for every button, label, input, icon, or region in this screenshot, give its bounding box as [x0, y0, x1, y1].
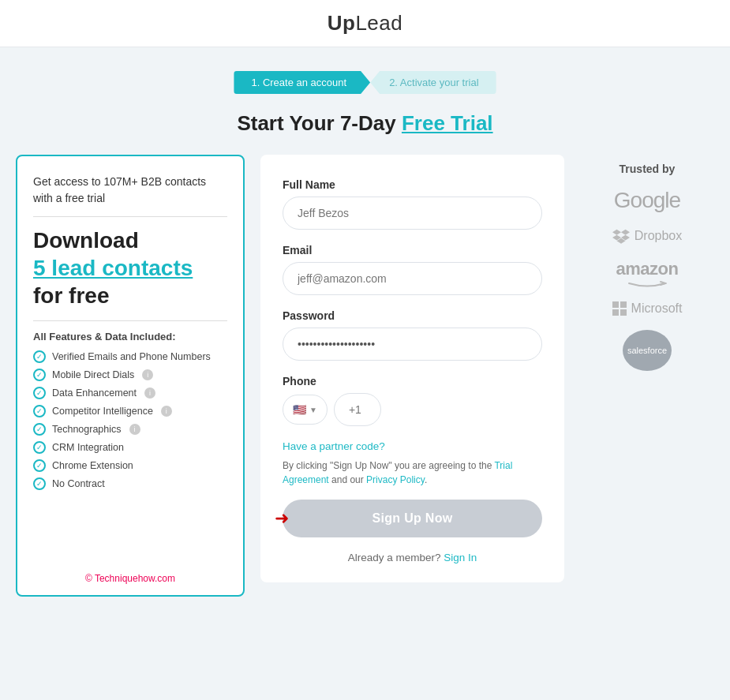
check-icon: ✓ [33, 350, 46, 363]
phone-flag-selector[interactable]: 🇺🇸 ▼ [283, 395, 328, 425]
page-title: Start Your 7-Day Free Trial [237, 111, 492, 136]
info-icon: i [142, 369, 153, 380]
chevron-down-icon: ▼ [309, 406, 317, 414]
steps-bar: 1. Create an account 2. Activate your tr… [234, 71, 496, 94]
divider-1 [33, 216, 227, 217]
download-title: Download 5 lead contacts for free [33, 226, 227, 309]
logo: UpLead [328, 11, 403, 36]
right-panel: Trusted by Google Dropbox amazon [580, 155, 714, 385]
page-content: 1. Create an account 2. Activate your tr… [0, 47, 730, 612]
main-columns: Get access to 107M+ B2B contacts with a … [16, 155, 714, 597]
full-name-group: Full Name [283, 178, 542, 230]
signup-btn-wrapper: ➜ Sign Up Now [283, 500, 542, 537]
flag-emoji: 🇺🇸 [293, 403, 306, 416]
tagline: Get access to 107M+ B2B contacts with a … [33, 174, 227, 207]
full-name-input[interactable] [283, 197, 542, 230]
info-icon: i [144, 387, 155, 399]
arrow-icon: ➜ [275, 508, 289, 529]
step-2: 2. Activate your trial [370, 71, 496, 94]
list-item: ✓ Competitor Intelligence i [33, 405, 227, 417]
signin-text: Already a member? Sign In [283, 552, 542, 563]
download-highlight: 5 lead contacts [33, 256, 193, 280]
amazon-arrow-icon [627, 279, 667, 287]
check-icon: ✓ [33, 369, 46, 381]
signin-link[interactable]: Sign In [444, 552, 477, 563]
logo-lead: Lead [355, 11, 402, 35]
features-label: All Features & Data Included: [33, 331, 227, 343]
microsoft-logo: Microsoft [580, 301, 714, 316]
phone-label: Phone [283, 375, 542, 387]
email-input[interactable] [283, 262, 542, 295]
signup-button[interactable]: Sign Up Now [283, 500, 542, 537]
microsoft-grid-icon [612, 301, 627, 316]
divider-2 [33, 320, 227, 321]
phone-group: Phone 🇺🇸 ▼ [283, 375, 542, 426]
check-icon: ✓ [33, 423, 46, 436]
info-icon: i [161, 406, 172, 417]
logo-up: Up [328, 11, 356, 35]
microsoft-text: Microsoft [612, 301, 683, 316]
amazon-logo: amazon [580, 259, 714, 287]
check-icon: ✓ [33, 387, 46, 399]
list-item: ✓ Data Enhancement i [33, 387, 227, 399]
watermark: © Techniquehow.com [17, 573, 243, 584]
info-icon: i [129, 424, 140, 435]
list-item: ✓ Chrome Extension [33, 459, 227, 472]
email-label: Email [283, 244, 542, 256]
step-1: 1. Create an account [234, 71, 370, 94]
phone-row: 🇺🇸 ▼ [283, 393, 542, 426]
partner-code-link[interactable]: Have a partner code? [283, 440, 542, 452]
dropbox-text: Dropbox [612, 227, 682, 245]
password-label: Password [283, 309, 542, 322]
check-icon: ✓ [33, 405, 46, 417]
password-input[interactable] [283, 328, 542, 361]
top-bar: UpLead [0, 0, 730, 47]
center-panel: Full Name Email Password Phone 🇺🇸 ▼ [260, 155, 564, 582]
amazon-text: amazon [616, 259, 679, 279]
check-icon: ✓ [33, 441, 46, 454]
salesforce-logo: salesforce [580, 330, 714, 371]
trusted-by-label: Trusted by [620, 163, 676, 175]
salesforce-text: salesforce [623, 330, 672, 371]
check-icon: ✓ [33, 477, 46, 490]
list-item: ✓ Mobile Direct Dials i [33, 369, 227, 381]
list-item: ✓ CRM Integration [33, 441, 227, 454]
google-logo: Google [580, 188, 714, 213]
dropbox-icon [612, 227, 630, 245]
list-item: ✓ Verified Emails and Phone Numbers [33, 350, 227, 363]
check-icon: ✓ [33, 459, 46, 472]
left-panel: Get access to 107M+ B2B contacts with a … [16, 155, 245, 597]
feature-list: ✓ Verified Emails and Phone Numbers ✓ Mo… [33, 350, 227, 490]
terms-text: By clicking "Sign Up Now" you are agreei… [283, 459, 542, 487]
full-name-label: Full Name [283, 178, 542, 191]
dropbox-logo: Dropbox [580, 227, 714, 245]
password-group: Password [283, 309, 542, 361]
phone-input[interactable] [334, 393, 381, 426]
list-item: ✓ Technographics i [33, 423, 227, 436]
list-item: ✓ No Contract [33, 477, 227, 490]
email-group: Email [283, 244, 542, 295]
privacy-policy-link[interactable]: Privacy Policy [366, 474, 425, 485]
google-text: Google [614, 188, 680, 213]
